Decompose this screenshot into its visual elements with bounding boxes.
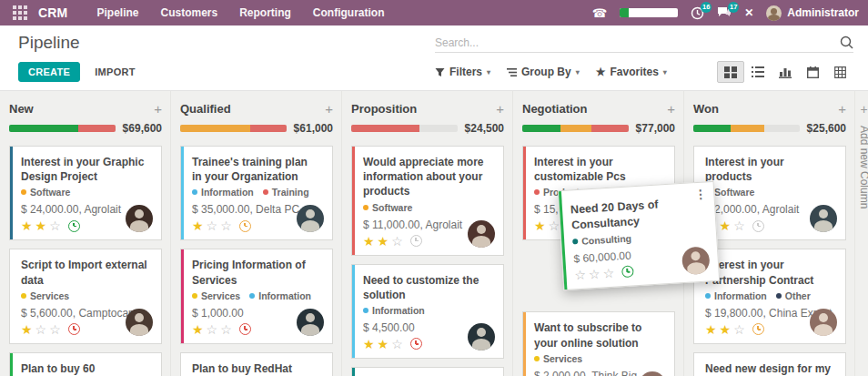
priority-star-icon[interactable]: ☆ bbox=[207, 219, 218, 232]
priority-star-icon[interactable]: ★ bbox=[21, 219, 33, 232]
add-new-column[interactable]: + Add new Column bbox=[855, 91, 868, 376]
priority-star-icon[interactable]: ☆ bbox=[49, 323, 61, 336]
priority-star-icon[interactable]: ★ bbox=[363, 338, 375, 351]
priority-star-icon[interactable]: ★ bbox=[21, 323, 33, 336]
activity-clock-icon[interactable] bbox=[239, 323, 251, 335]
progressbar-segment[interactable] bbox=[731, 125, 764, 132]
priority-star-icon[interactable]: ☆ bbox=[35, 323, 47, 336]
activity-clock-icon[interactable] bbox=[68, 323, 80, 335]
priority-star-icon[interactable]: ☆ bbox=[589, 267, 601, 280]
column-progressbar[interactable] bbox=[693, 125, 800, 132]
opportunity-card[interactable]: ⋮ Need to customize the solution Informa… bbox=[351, 264, 504, 359]
column-add-icon[interactable]: + bbox=[667, 102, 675, 116]
column-progressbar[interactable] bbox=[180, 125, 287, 132]
column-add-icon[interactable]: + bbox=[154, 102, 162, 116]
priority-star-icon[interactable]: ☆ bbox=[549, 219, 560, 232]
activity-clock-icon[interactable] bbox=[752, 323, 764, 335]
column-add-icon[interactable]: + bbox=[325, 102, 333, 116]
group-by-dropdown[interactable]: Group By▾ bbox=[507, 66, 580, 78]
activity-clock-icon[interactable] bbox=[410, 338, 422, 350]
opportunity-card[interactable]: ⋮ Plan to buy RedHat servers Product $ 2… bbox=[180, 352, 333, 376]
activity-clock-icon[interactable] bbox=[752, 220, 764, 232]
priority-star-icon[interactable]: ☆ bbox=[733, 219, 745, 232]
activity-clock-icon[interactable] bbox=[239, 220, 251, 232]
progressbar-segment[interactable] bbox=[180, 125, 250, 132]
close-icon[interactable]: ✕ bbox=[744, 6, 753, 19]
usage-gauge[interactable] bbox=[620, 8, 678, 17]
card-tag: Information bbox=[249, 290, 311, 301]
progressbar-segment[interactable] bbox=[560, 125, 591, 132]
phone-icon[interactable]: ☎ bbox=[592, 6, 607, 20]
app-title[interactable]: CRM bbox=[38, 5, 67, 20]
progressbar-segment[interactable] bbox=[522, 125, 560, 132]
priority-star-icon[interactable]: ☆ bbox=[207, 323, 218, 336]
kebab-menu-icon[interactable]: ⋮ bbox=[694, 187, 707, 201]
filters-dropdown[interactable]: Filters▾ bbox=[435, 66, 490, 78]
priority-star-icon[interactable]: ★ bbox=[192, 323, 204, 336]
favorites-star-icon: ★ bbox=[596, 66, 606, 78]
column-progressbar[interactable] bbox=[522, 125, 629, 132]
import-button[interactable]: IMPORT bbox=[95, 66, 136, 77]
opportunity-card[interactable]: ⋮ Pricing Information of Services Servic… bbox=[180, 249, 333, 343]
progressbar-segment[interactable] bbox=[591, 125, 629, 132]
priority-star-icon[interactable]: ★ bbox=[363, 235, 375, 248]
priority-star-icon[interactable]: ★ bbox=[720, 323, 732, 336]
priority-star-icon[interactable]: ☆ bbox=[220, 219, 232, 232]
opportunity-card[interactable]: ⋮ Trainee's training plan in your Organi… bbox=[180, 146, 333, 240]
progressbar-segment[interactable] bbox=[78, 125, 116, 132]
priority-star-icon[interactable]: ★ bbox=[534, 219, 546, 232]
opportunity-card[interactable]: ⋮ Interest in your Graphic Design Projec… bbox=[9, 146, 162, 240]
pivot-view-button[interactable] bbox=[826, 61, 853, 83]
priority-star-icon[interactable]: ★ bbox=[378, 338, 389, 351]
priority-star-icon[interactable]: ☆ bbox=[391, 235, 403, 248]
priority-star-icon[interactable]: ★ bbox=[378, 235, 389, 248]
column-add-icon[interactable]: + bbox=[496, 102, 504, 116]
search-icon[interactable] bbox=[840, 36, 853, 49]
activity-clock-icon[interactable] bbox=[410, 235, 422, 247]
priority-star-icon[interactable]: ☆ bbox=[391, 338, 403, 351]
create-button[interactable]: CREATE bbox=[18, 62, 80, 82]
priority-star-icon[interactable]: ★ bbox=[705, 323, 717, 336]
column-progressbar[interactable] bbox=[9, 125, 116, 132]
progressbar-segment[interactable] bbox=[9, 125, 78, 132]
column-progressbar[interactable] bbox=[351, 125, 458, 132]
kanban-view-button[interactable] bbox=[717, 61, 744, 83]
priority-star-icon[interactable]: ★ bbox=[35, 219, 47, 232]
favorites-dropdown[interactable]: ★ Favorites▾ bbox=[596, 66, 667, 78]
card-title: Interest in your customizable Pcs bbox=[534, 155, 665, 184]
priority-star-icon[interactable]: ☆ bbox=[49, 219, 61, 232]
opportunity-card[interactable]: ⋮ Plan to buy 60 keyboards Product $ 40,… bbox=[9, 352, 162, 376]
progressbar-segment[interactable] bbox=[250, 125, 287, 132]
opportunity-card[interactable]: ⋮ “Resource Planning” project develpment… bbox=[351, 367, 504, 376]
search-input[interactable] bbox=[435, 36, 840, 49]
menu-pipeline[interactable]: Pipeline bbox=[96, 6, 138, 19]
user-menu[interactable]: Administrator bbox=[766, 5, 859, 21]
graph-view-button[interactable] bbox=[772, 61, 799, 83]
activity-clock-icon[interactable] bbox=[621, 266, 634, 279]
progressbar-segment[interactable] bbox=[693, 125, 731, 132]
activities-clock-icon[interactable]: 16 bbox=[691, 6, 704, 20]
calendar-view-button[interactable] bbox=[799, 61, 826, 83]
menu-customers[interactable]: Customers bbox=[161, 6, 218, 19]
menu-configuration[interactable]: Configuration bbox=[313, 6, 385, 19]
column-add-icon[interactable]: + bbox=[838, 102, 846, 116]
list-view-button[interactable] bbox=[744, 61, 772, 83]
menu-reporting[interactable]: Reporting bbox=[239, 6, 291, 19]
dragged-opportunity-card[interactable]: ⋮ Need 20 Days of Consultancy Consulting… bbox=[558, 181, 720, 290]
opportunity-card[interactable]: ⋮ Script to Import external data Service… bbox=[9, 249, 162, 343]
priority-star-icon[interactable]: ☆ bbox=[602, 266, 614, 279]
card-title: Pricing Information of Services bbox=[192, 258, 323, 287]
priority-star-icon[interactable]: ☆ bbox=[733, 323, 745, 336]
opportunity-card[interactable]: ⋮ Want to subscribe to your online solut… bbox=[522, 311, 675, 376]
messages-chat-icon[interactable]: 17 bbox=[717, 6, 732, 19]
card-tags: Information bbox=[363, 305, 494, 316]
opportunity-card[interactable]: ⋮ Would appreciate more information abou… bbox=[351, 146, 504, 256]
activity-clock-icon[interactable] bbox=[68, 220, 80, 232]
priority-star-icon[interactable]: ★ bbox=[192, 219, 204, 232]
progressbar-segment[interactable] bbox=[351, 125, 419, 132]
priority-star-icon[interactable]: ★ bbox=[720, 219, 732, 232]
apps-grid-icon[interactable] bbox=[13, 5, 27, 20]
opportunity-card[interactable]: ⋮ Need new design for my website Design … bbox=[693, 352, 846, 376]
priority-star-icon[interactable]: ☆ bbox=[220, 323, 232, 336]
priority-star-icon[interactable]: ☆ bbox=[574, 268, 586, 281]
